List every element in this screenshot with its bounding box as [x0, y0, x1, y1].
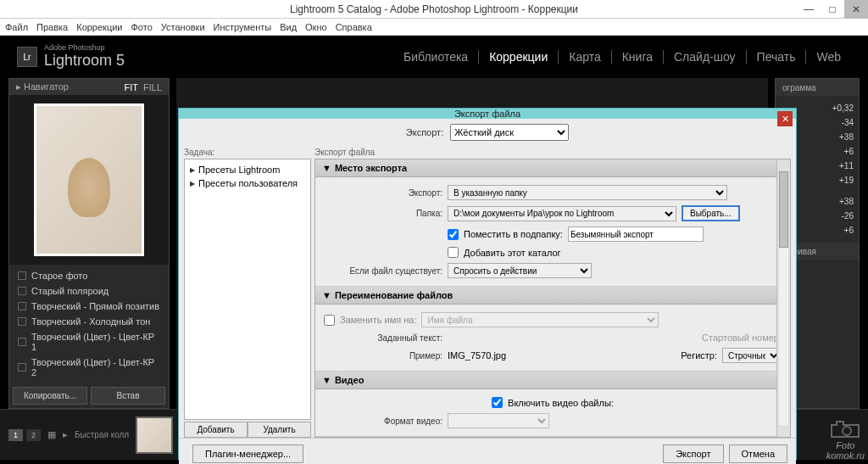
remove-preset-button[interactable]: Удалить — [248, 422, 311, 438]
logo-small: Adobe Photoshop — [44, 44, 125, 52]
fs-index-2[interactable]: 2 — [26, 429, 41, 441]
example-label: Пример: — [324, 351, 442, 361]
copy-button[interactable]: Копировать... — [13, 387, 87, 405]
preset-list: Старое фото Старый поляроид Творческий -… — [9, 265, 169, 383]
close-button[interactable]: ✕ — [844, 0, 868, 19]
histogram-header[interactable]: ограмма — [776, 79, 859, 96]
module-picker: Библиотека Коррекции Карта Книга Слайд-ш… — [393, 50, 851, 64]
custom-text-label: Заданный текст: — [324, 333, 442, 343]
settings-column: Экспорт файла ▼Место экспорта Экспорт: В… — [314, 146, 791, 438]
dialog-body: Экспорт: Жёсткий диск Задача: ▶Пресеты L… — [179, 119, 796, 464]
tab-print[interactable]: Печать — [746, 50, 806, 64]
choose-folder-button[interactable]: Выбрать... — [682, 205, 740, 221]
fit-mode[interactable]: FIT — [124, 82, 138, 92]
tab-web[interactable]: Web — [805, 50, 851, 64]
fs-index-1[interactable]: 1 — [8, 429, 23, 441]
presets-tree[interactable]: ▶Пресеты Lightroom ▶Пресеты пользователя — [184, 159, 311, 420]
settings-scroll: ▼Место экспорта Экспорт: В указанную пап… — [314, 159, 791, 438]
section-rename-header[interactable]: ▼Переименование файлов — [315, 287, 790, 305]
if-exists-select[interactable]: Спросить о действии — [448, 263, 592, 278]
menu-edit[interactable]: Правка — [36, 22, 68, 32]
filmstrip-thumbnail[interactable] — [136, 416, 173, 454]
section-rename: ▼Переименование файлов Заменить имя на: … — [315, 287, 790, 372]
grid-icon[interactable]: ▦ — [47, 429, 56, 440]
example-value: IMG_7570.jpg — [448, 350, 506, 361]
preset-item[interactable]: Старое фото — [9, 268, 169, 283]
menu-settings[interactable]: Установки — [161, 22, 205, 32]
menubar: Файл Правка Коррекции Фото Установки Инс… — [0, 19, 868, 36]
subfolder-input[interactable] — [568, 226, 704, 242]
menu-help[interactable]: Справка — [336, 22, 372, 32]
rename-label: Заменить имя на: — [340, 315, 416, 325]
app-body: Lr Adobe Photoshop Lightroom 5 Библиотек… — [0, 36, 868, 464]
preset-item[interactable]: Творческий (Цвет) - Цвет-КР 2 — [9, 355, 169, 380]
preset-group-lr[interactable]: ▶Пресеты Lightroom — [188, 163, 307, 176]
include-video-label: Включить видео файлы: — [508, 398, 614, 408]
minimize-button[interactable]: — — [797, 0, 821, 19]
export-destination-row: Экспорт: Жёсткий диск — [179, 119, 796, 146]
chevron-icon[interactable]: ▸ — [63, 429, 68, 440]
dialog-close-button[interactable]: ✕ — [777, 111, 793, 126]
section-location: ▼Место экспорта Экспорт: В указанную пап… — [315, 159, 790, 287]
subfolder-checkbox[interactable] — [448, 229, 459, 240]
menu-photo[interactable]: Фото — [131, 22, 153, 32]
cancel-button[interactable]: Отмена — [729, 444, 787, 463]
preset-item[interactable]: Старый поляроид — [9, 283, 169, 299]
menu-view[interactable]: Вид — [280, 22, 297, 32]
export-to-label: Экспорт: — [406, 127, 443, 137]
scrollbar[interactable] — [776, 159, 790, 437]
export-to-select[interactable]: Жёсткий диск — [450, 124, 569, 141]
menu-develop[interactable]: Коррекции — [76, 22, 122, 32]
folder-label: Папка: — [324, 209, 442, 218]
plugin-manager-button[interactable]: Плагин-менеджер... — [192, 444, 303, 463]
navigator-preview[interactable] — [9, 95, 169, 265]
section-video-header[interactable]: ▼Видео — [315, 372, 790, 389]
rename-checkbox[interactable] — [324, 315, 335, 326]
filmstrip-label: Быстрая колл — [75, 430, 129, 439]
section-video: ▼Видео Включить видео файлы: Формат виде… — [315, 372, 790, 437]
tab-develop[interactable]: Коррекции — [478, 50, 558, 64]
video-format-select — [448, 413, 549, 428]
fill-mode[interactable]: FILL — [143, 82, 162, 92]
start-number-label: Стартовый номер: — [702, 333, 782, 343]
add-preset-button[interactable]: Добавить — [184, 422, 248, 438]
tab-map[interactable]: Карта — [558, 50, 610, 64]
app-header: Lr Adobe Photoshop Lightroom 5 Библиотек… — [0, 36, 868, 78]
svg-point-0 — [843, 427, 851, 435]
chevron-down-icon: ▼ — [322, 163, 331, 173]
dialog-title: Экспорт файла — [454, 109, 520, 119]
export-file-label: Экспорт файла — [314, 146, 791, 159]
preset-item[interactable]: Творческий - Холодный тон — [9, 314, 169, 329]
add-catalog-checkbox[interactable] — [448, 247, 459, 258]
register-select[interactable]: Строчные — [722, 348, 782, 363]
titlebar: Lightroom 5 Catalog - Adobe Photoshop Li… — [0, 0, 868, 19]
video-format-label: Формат видео: — [324, 416, 442, 426]
maximize-button[interactable]: □ — [821, 0, 844, 19]
tab-library[interactable]: Библиотека — [393, 50, 478, 64]
register-label: Регистр: — [681, 350, 717, 361]
preset-item[interactable]: Творческий - Прямой позитив — [9, 299, 169, 314]
dialog-titlebar: Экспорт файла ✕ — [179, 109, 796, 119]
watermark: Foto komok.ru — [826, 418, 865, 461]
tab-book[interactable]: Книга — [611, 50, 663, 64]
navigator-header[interactable]: ▸ Навигатор FIT FILL — [9, 79, 169, 95]
preset-item[interactable]: Творческий (Цвет) - Цвет-КР 1 — [9, 329, 169, 355]
export-location-select[interactable]: В указанную папку — [448, 185, 727, 200]
paste-button[interactable]: Встав — [91, 387, 165, 405]
preset-group-user[interactable]: ▶Пресеты пользователя — [188, 176, 307, 190]
menu-tools[interactable]: Инструменты — [214, 22, 272, 32]
folder-path-select[interactable]: D:\мои документы Ира\урок по Lightroom — [448, 206, 676, 221]
export-location-label: Экспорт: — [324, 188, 442, 198]
dialog-footer: Плагин-менеджер... Экспорт Отмена — [179, 438, 796, 464]
window-controls: — □ ✕ — [797, 0, 868, 19]
menu-window[interactable]: Окно — [305, 22, 327, 32]
include-video-checkbox[interactable] — [492, 397, 503, 408]
export-button[interactable]: Экспорт — [663, 444, 723, 463]
export-dialog: Экспорт файла ✕ Экспорт: Жёсткий диск За… — [178, 108, 797, 460]
menu-file[interactable]: Файл — [5, 22, 28, 32]
tab-slideshow[interactable]: Слайд-шоу — [663, 50, 746, 64]
if-exists-label: Если файл существует: — [324, 266, 442, 276]
presets-column: Задача: ▶Пресеты Lightroom ▶Пресеты поль… — [184, 146, 311, 438]
add-catalog-label: Добавить этот каталог — [464, 248, 561, 258]
section-location-header[interactable]: ▼Место экспорта — [315, 159, 790, 177]
